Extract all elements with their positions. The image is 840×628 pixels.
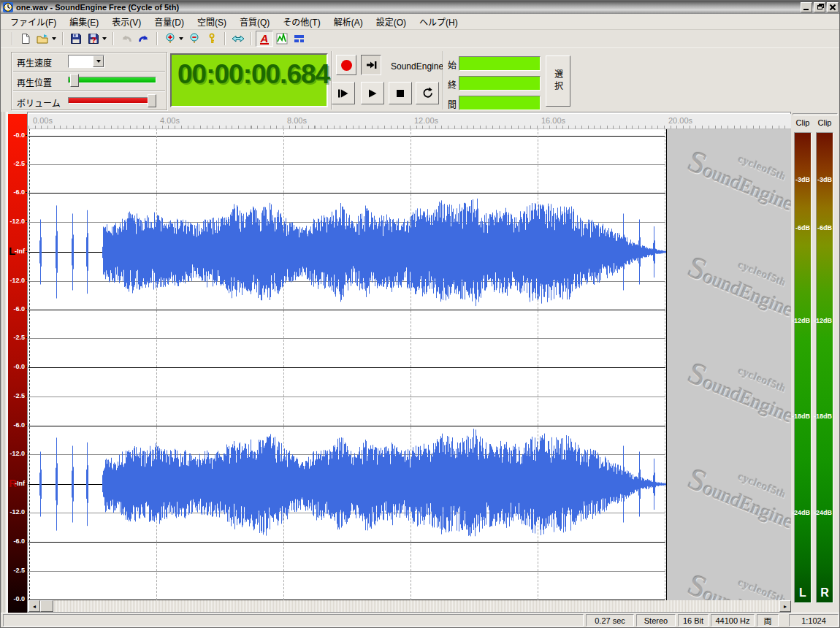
volume-slider-thumb[interactable] — [148, 94, 156, 107]
meter-scale-label: -24dB — [814, 509, 832, 516]
record-button[interactable] — [336, 55, 356, 75]
play-from-start-icon — [337, 88, 350, 99]
undo-button[interactable] — [118, 31, 135, 47]
menu-item[interactable]: 解析(A) — [327, 14, 370, 29]
toolbar-separator — [62, 32, 64, 45]
key-icon — [206, 33, 218, 45]
select-button[interactable]: 選択 — [546, 55, 570, 107]
ruler-label: 0.00s — [33, 116, 53, 125]
menu-item[interactable]: ファイル(F) — [4, 14, 63, 29]
left-edge-strip — [1, 112, 8, 613]
stop-button[interactable] — [389, 82, 412, 104]
menu-item[interactable]: 音量(D) — [148, 14, 191, 29]
level-meter-button[interactable] — [291, 31, 308, 47]
position-slider-thumb[interactable] — [70, 74, 79, 87]
auto-maximize-button[interactable]: A — [256, 31, 273, 47]
scroll-left-button[interactable]: ◂ — [28, 600, 40, 612]
playback-cursor — [29, 129, 30, 600]
waveform-trace — [40, 429, 666, 536]
db-scale-label: -6.0 — [13, 537, 25, 545]
loop-icon — [421, 86, 435, 100]
meter-scale-label: -12dB — [792, 317, 810, 324]
spectrum-button[interactable] — [273, 31, 291, 47]
menu-item[interactable]: 設定(O) — [370, 14, 413, 29]
meter-scale-label: -24dB — [792, 509, 810, 516]
meter-scale-label: -6dB — [795, 224, 810, 231]
selection-start-field[interactable] — [459, 56, 541, 71]
open-file-icon — [37, 34, 50, 45]
zoom-in-button[interactable] — [161, 31, 179, 47]
stop-icon — [394, 88, 406, 99]
menu-item[interactable]: 音質(Q) — [233, 14, 276, 29]
volume-slider[interactable] — [68, 97, 156, 104]
play-button[interactable] — [361, 82, 384, 104]
position-slider[interactable] — [68, 77, 156, 83]
db-scale-label: -12.0 — [9, 450, 25, 457]
save-as-dropdown-caret[interactable] — [102, 37, 107, 40]
ruler-label: 16.00s — [541, 116, 565, 125]
meter-splitter[interactable] — [793, 113, 838, 115]
status-cell-empty — [3, 614, 584, 627]
play-icon — [367, 88, 378, 99]
ruler-label: 4.00s — [160, 116, 180, 125]
db-scale-label: -2.5 — [13, 334, 25, 341]
menu-item[interactable]: その他(T) — [276, 14, 327, 29]
open-file-button[interactable] — [34, 31, 52, 47]
channel-letter: L — [9, 246, 15, 256]
redo-icon — [138, 33, 150, 45]
db-scale-label: -6.0 — [13, 421, 25, 429]
db-scale-label: -12.0 — [9, 508, 25, 516]
loop-button[interactable] — [416, 82, 439, 104]
scrollbar-track[interactable] — [53, 600, 779, 612]
menu-item[interactable]: 空間(S) — [191, 14, 233, 29]
watermark: cycleof5thSoundEngine — [683, 348, 791, 459]
ruler-label: 8.00s — [287, 116, 307, 125]
time-ruler[interactable]: 0.00s4.00s8.00s12.00s16.00s20.00s — [28, 114, 791, 129]
selection-start-label: 始 — [448, 58, 457, 71]
selection-span-field[interactable] — [459, 96, 541, 110]
selection-end-field[interactable] — [459, 76, 541, 91]
toolbar-separator — [224, 32, 226, 45]
play-mode-button[interactable] — [361, 55, 381, 75]
speed-dropdown-button[interactable] — [93, 55, 104, 67]
speed-combobox[interactable] — [68, 55, 104, 68]
play-from-start-button[interactable] — [332, 82, 355, 104]
waveform-scrollbar[interactable]: ◂ ▸ — [28, 600, 791, 612]
zoom-out-button[interactable] — [186, 31, 203, 47]
db-scale-label: -12.0 — [9, 277, 25, 284]
speed-value — [69, 55, 93, 67]
menu-item[interactable]: ヘルプ(H) — [413, 14, 465, 29]
redo-button[interactable] — [135, 31, 153, 47]
selection-span-label: 間 — [448, 98, 457, 110]
menu-item[interactable]: 表示(V) — [105, 14, 148, 29]
open-dropdown-caret[interactable] — [52, 37, 56, 40]
minimize-button[interactable] — [801, 2, 812, 12]
db-scale-label: -6.0 — [13, 305, 25, 313]
app-clock-icon — [3, 2, 13, 12]
zoom-dropdown-caret[interactable] — [179, 37, 183, 40]
scroll-right-button[interactable]: ▸ — [779, 600, 791, 612]
restore-button[interactable] — [814, 2, 825, 12]
db-scale-label: -12.0 — [9, 218, 25, 225]
swap-channels-button[interactable] — [229, 31, 247, 47]
window-title: one.wav - SoundEngine Free (Cycle of 5th… — [16, 3, 799, 12]
watermark: cycleof5thSoundEngine — [683, 454, 791, 564]
meter-scale-label: -3dB — [795, 176, 810, 183]
waveform-trace — [40, 199, 666, 306]
level-meter-panel: Clip Clip -3dB-6dB-12dB-18dB-24dBL -3dB-… — [791, 112, 840, 613]
toolbar-separator — [251, 32, 252, 45]
speed-label: 再生速度 — [17, 56, 52, 69]
lock-zoom-button[interactable] — [203, 31, 221, 47]
save-button[interactable] — [67, 31, 85, 47]
toolbar-separator — [112, 32, 114, 45]
new-file-button[interactable] — [17, 31, 34, 47]
close-button[interactable] — [827, 2, 839, 12]
meter-channel-label: L — [795, 586, 811, 600]
zoom-out-icon — [188, 33, 200, 45]
toolbar-separator — [12, 32, 13, 45]
volume-label: ボリューム — [17, 96, 61, 109]
save-as-button[interactable]: ? — [85, 31, 102, 47]
waveform-area[interactable]: cycleof5thSoundEnginecycleof5thSoundEngi… — [28, 129, 791, 600]
menu-item[interactable]: 編集(E) — [63, 14, 105, 29]
scrollbar-thumb[interactable] — [40, 600, 53, 612]
